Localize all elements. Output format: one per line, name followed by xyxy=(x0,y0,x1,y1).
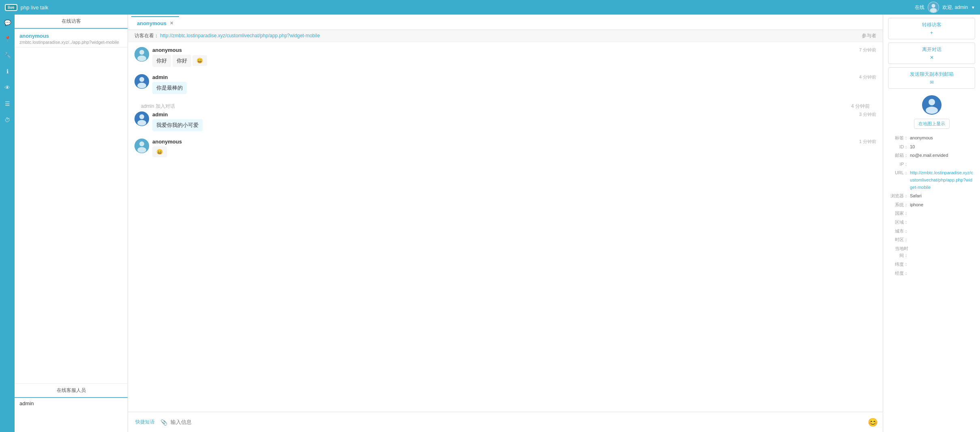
timezone-value xyxy=(910,236,974,244)
on-map-button[interactable]: 在地图上显示 xyxy=(914,119,950,129)
message-group-3: admin 我爱你我的小可爱 3 分钟前 xyxy=(135,111,876,132)
emoji-button[interactable]: 😊 xyxy=(868,417,878,427)
logo-badge: live xyxy=(5,4,17,11)
region-value xyxy=(910,219,974,226)
id-value: 10 xyxy=(910,143,974,151)
sidebar-eye-icon[interactable]: 👁 xyxy=(2,83,12,92)
svg-point-10 xyxy=(139,114,144,119)
msg-time-4: 1 分钟前 xyxy=(859,139,876,145)
header-left: live php live talk xyxy=(5,4,48,11)
svg-point-17 xyxy=(926,107,938,114)
right-sidebar: 转移访客 + 离开对话 ✕ 发送聊天副本到邮箱 ✉ 在地图上显示 标签： xyxy=(883,15,980,432)
email-value: no@e.mail.envided xyxy=(910,152,974,159)
detail-timezone-row: 时区： xyxy=(886,235,977,244)
sidebar-wrench-icon[interactable]: 🔧 xyxy=(2,50,12,60)
os-value: iphone xyxy=(910,201,974,209)
visitors-header: 在线访客 xyxy=(15,15,128,29)
visitor-url: zmbtc.lostinparadise.xyz/../app.php?widg… xyxy=(19,40,123,45)
browser-key: 浏览器： xyxy=(890,192,910,200)
country-key: 国家： xyxy=(890,210,910,217)
visitor-item[interactable]: anonymous zmbtc.lostinparadise.xyz/../ap… xyxy=(15,30,128,47)
detail-url-row: URL： http://zmbtc.lostinparadise.xyz/cus… xyxy=(886,169,977,192)
url-key: URL： xyxy=(890,169,910,191)
msg-sender-4: anonymous xyxy=(152,139,856,145)
lng-value xyxy=(910,270,974,277)
sidebar-list-icon[interactable]: ☰ xyxy=(2,99,12,109)
svg-point-11 xyxy=(137,120,146,126)
transfer-visitor-button[interactable]: 转移访客 + xyxy=(888,18,975,39)
msg-sender-2: admin xyxy=(152,74,856,80)
browser-value: Safari xyxy=(910,192,974,200)
lat-value xyxy=(910,261,974,268)
leave-conversation-button[interactable]: 离开对话 ✕ xyxy=(888,43,975,64)
main-layout: 💬 📍 🔧 ℹ 👁 ☰ ⏱ 在线访客 anonymous zmbtc.losti… xyxy=(0,15,980,432)
detail-label-row: 标签： anonymous xyxy=(886,134,977,143)
email-key: 邮箱： xyxy=(890,152,910,159)
visitor-page-url[interactable]: http://zmbtc.lostinparadise.xyz/customli… xyxy=(160,33,320,38)
chat-area: anonymous ✕ 访客在看： http://zmbtc.lostinpar… xyxy=(128,15,883,432)
message-row-4: anonymous 😄 1 分钟前 xyxy=(135,139,876,158)
leave-icon: ✕ xyxy=(930,55,934,60)
detail-lat-row: 纬度： xyxy=(886,260,977,269)
chat-input[interactable] xyxy=(171,419,865,425)
sidebar-info-icon[interactable]: ℹ xyxy=(2,66,12,76)
message-row-3: admin 我爱你我的小可爱 3 分钟前 xyxy=(135,111,876,132)
msg-content-4: anonymous 😄 xyxy=(152,139,856,158)
system-msg-text: admin 加入对话 xyxy=(141,103,175,110)
message-group-2: admin 你是最棒的 4 分钟前 xyxy=(135,74,876,95)
user-dropdown-arrow[interactable]: ▼ xyxy=(971,5,975,10)
city-key: 城市： xyxy=(890,228,910,235)
chat-tab-anonymous[interactable]: anonymous ✕ xyxy=(131,16,179,30)
visitor-info-bar: 访客在看： http://zmbtc.lostinparadise.xyz/cu… xyxy=(128,30,883,42)
quick-reply-button[interactable]: 快捷短语 xyxy=(133,417,157,427)
lng-key: 经度： xyxy=(890,270,910,277)
city-value xyxy=(910,228,974,235)
visitor-name: anonymous xyxy=(19,33,123,39)
localtime-key: 当地时间： xyxy=(890,245,910,259)
region-key: 区域： xyxy=(890,219,910,226)
detail-localtime-row: 当地时间： xyxy=(886,244,977,260)
visitor-avatar-large xyxy=(922,95,942,115)
message-group-4: anonymous 😄 1 分钟前 xyxy=(135,139,876,158)
top-header: live php live talk 在线 欢迎, admin ▼ xyxy=(0,0,980,15)
detail-country-row: 国家： xyxy=(886,209,977,218)
tab-close-icon[interactable]: ✕ xyxy=(170,21,173,26)
ip-key: IP： xyxy=(890,161,910,168)
url-value: http://zmbtc.lostinparadise.xyz/customli… xyxy=(910,169,974,191)
os-key: 系统： xyxy=(890,201,910,209)
sidebar-location-icon[interactable]: 📍 xyxy=(2,34,12,44)
svg-point-2 xyxy=(930,8,937,13)
visitors-section: 在线访客 anonymous zmbtc.lostinparadise.xyz/… xyxy=(15,15,128,383)
svg-point-4 xyxy=(139,50,144,55)
msg-bubble-1c: 😄 xyxy=(192,55,207,66)
sidebar-clock-icon[interactable]: ⏱ xyxy=(2,115,12,125)
msg-time-3: 3 分钟前 xyxy=(859,111,876,118)
chat-tabs: anonymous ✕ xyxy=(128,15,883,30)
visitor-avatar-1 xyxy=(135,47,149,62)
detail-city-row: 城市： xyxy=(886,227,977,236)
msg-bubble-1b: 你好 xyxy=(173,55,191,67)
msg-sender-1: anonymous xyxy=(152,47,856,53)
detail-id-row: ID： 10 xyxy=(886,143,977,152)
detail-email-row: 邮箱： no@e.mail.envided xyxy=(886,151,977,160)
localtime-value xyxy=(910,245,974,259)
message-group-1: anonymous 你好 你好 😄 7 分钟前 xyxy=(135,47,876,68)
msg-content-2: admin 你是最棒的 xyxy=(152,74,856,95)
icon-sidebar: 💬 📍 🔧 ℹ 👁 ☰ ⏱ xyxy=(0,15,15,432)
svg-point-14 xyxy=(137,147,146,153)
left-panel: 在线访客 anonymous zmbtc.lostinparadise.xyz/… xyxy=(15,15,128,432)
label-key: 标签： xyxy=(890,135,910,142)
msg-bubble-1a: 你好 xyxy=(152,55,171,67)
sidebar-chat-icon[interactable]: 💬 xyxy=(2,18,12,28)
admin-avatar-2 xyxy=(135,111,149,126)
system-message-1: admin 加入对话 4 分钟前 xyxy=(135,101,876,111)
agents-header: 在线客服人员 xyxy=(15,384,128,398)
visitor-page-info: 访客在看： http://zmbtc.lostinparadise.xyz/cu… xyxy=(135,32,320,39)
detail-browser-row: 浏览器： Safari xyxy=(886,192,977,201)
file-upload-button[interactable]: 📎 xyxy=(160,419,167,426)
send-transcript-button[interactable]: 发送聊天副本到邮箱 ✉ xyxy=(888,67,975,89)
input-area: 快捷短语 📎 😊 xyxy=(128,412,883,432)
detail-url-link[interactable]: http://zmbtc.lostinparadise.xyz/customli… xyxy=(910,170,973,189)
system-msg-time: 4 分钟前 xyxy=(851,103,870,110)
message-row: anonymous 你好 你好 😄 7 分钟前 xyxy=(135,47,876,68)
